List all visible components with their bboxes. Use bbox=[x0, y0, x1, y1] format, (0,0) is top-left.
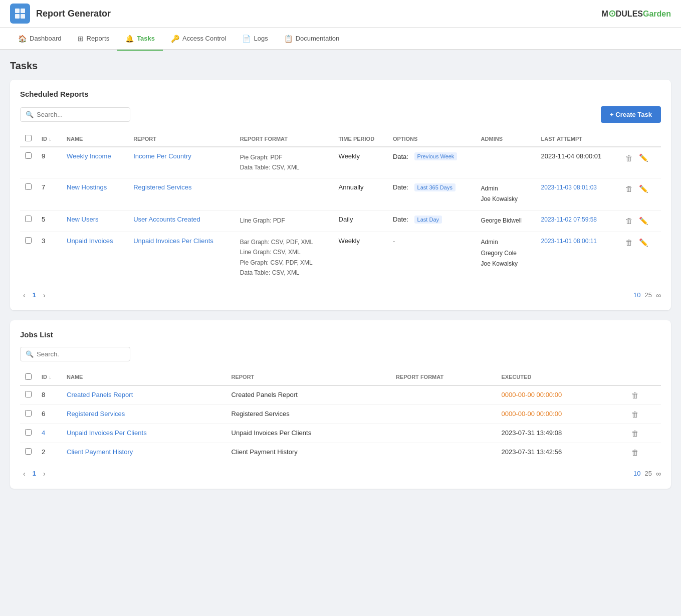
bell-icon: 🔔 bbox=[125, 35, 134, 43]
row-checkbox[interactable] bbox=[25, 448, 32, 455]
row-options: Date: Last Day bbox=[388, 210, 476, 232]
delete-button[interactable]: 🗑 bbox=[630, 390, 640, 400]
row-report[interactable]: Income Per Country bbox=[128, 147, 235, 178]
row-id: 7 bbox=[37, 178, 62, 210]
scheduled-reports-search-box[interactable]: 🔍 bbox=[20, 107, 130, 122]
row-name[interactable]: Unpaid Invoices Per Clients bbox=[62, 424, 226, 443]
row-checkbox[interactable] bbox=[25, 391, 32, 397]
logs-icon: 📄 bbox=[242, 35, 251, 43]
row-executed: 0000-00-00 00:00:00 bbox=[496, 404, 625, 424]
delete-button[interactable]: 🗑 bbox=[624, 153, 634, 163]
jobs-col-format-label: REPORT FORMAT bbox=[396, 374, 443, 380]
jobs-pag-next-button[interactable]: › bbox=[40, 469, 49, 479]
row-time-period: Daily bbox=[334, 210, 388, 232]
row-id: 6 bbox=[37, 404, 62, 424]
row-report: Created Panels Report bbox=[226, 385, 391, 405]
edit-button[interactable]: ✏️ bbox=[638, 216, 649, 227]
row-report[interactable]: Unpaid Invoices Per Clients bbox=[128, 232, 235, 283]
row-last-attempt: 2023-11-01 08:00:11 bbox=[536, 232, 620, 283]
main-nav: 🏠 Dashboard ⊞ Reports 🔔 Tasks 🔑 Access C… bbox=[0, 28, 681, 50]
row-checkbox[interactable] bbox=[25, 237, 32, 244]
table-row: 8Created Panels ReportCreated Panels Rep… bbox=[20, 385, 661, 405]
nav-item-reports[interactable]: ⊞ Reports bbox=[70, 27, 118, 50]
row-checkbox[interactable] bbox=[25, 183, 32, 190]
delete-button[interactable]: 🗑 bbox=[624, 183, 634, 194]
nav-item-logs[interactable]: 📄 Logs bbox=[234, 27, 276, 50]
row-name[interactable]: Weekly Income bbox=[62, 147, 128, 178]
row-id: 2 bbox=[37, 443, 62, 462]
row-id: 3 bbox=[37, 232, 62, 283]
jobs-list-title: Jobs List bbox=[20, 330, 661, 339]
create-task-button[interactable]: + Create Task bbox=[601, 106, 661, 123]
edit-button[interactable]: ✏️ bbox=[638, 152, 649, 163]
row-actions: 🗑 ✏️ bbox=[619, 147, 661, 178]
scheduled-reports-pagination: ‹ 1 › 10 25 ∞ bbox=[20, 290, 661, 300]
pag-size-10[interactable]: 10 bbox=[633, 291, 640, 299]
nav-label-dashboard: Dashboard bbox=[30, 35, 62, 42]
row-time-period: Weekly bbox=[334, 147, 388, 178]
pag-left: ‹ 1 › bbox=[20, 290, 49, 300]
svg-rect-3 bbox=[21, 14, 25, 19]
delete-button[interactable]: 🗑 bbox=[624, 237, 634, 248]
search-icon-jobs: 🔍 bbox=[26, 350, 34, 358]
jobs-pag-size-25[interactable]: 25 bbox=[645, 470, 652, 477]
jobs-pag-current-page: 1 bbox=[33, 470, 36, 477]
jobs-col-report-label: REPORT bbox=[232, 374, 255, 380]
jobs-list-search-input[interactable] bbox=[37, 350, 125, 358]
jobs-list-table: ID ↓ NAME REPORT REPORT FORMAT EXECUTED … bbox=[20, 369, 661, 462]
nav-item-access-control[interactable]: 🔑 Access Control bbox=[163, 27, 234, 50]
jobs-pag-right: 10 25 ∞ bbox=[633, 470, 661, 478]
nav-item-dashboard[interactable]: 🏠 Dashboard bbox=[10, 27, 70, 50]
doc-icon: 📋 bbox=[284, 35, 293, 43]
jobs-pag-size-10[interactable]: 10 bbox=[633, 470, 640, 477]
row-time-period: Weekly bbox=[334, 232, 388, 283]
svg-rect-0 bbox=[15, 9, 20, 13]
search-icon: 🔍 bbox=[26, 111, 34, 118]
row-name[interactable]: Client Payment History bbox=[62, 443, 226, 462]
nav-item-documentation[interactable]: 📋 Documentation bbox=[276, 27, 347, 50]
edit-button[interactable]: ✏️ bbox=[638, 237, 649, 248]
row-name[interactable]: New Hostings bbox=[62, 178, 128, 210]
row-name[interactable]: Created Panels Report bbox=[62, 385, 226, 405]
pag-next-button[interactable]: › bbox=[40, 290, 49, 300]
pag-size-25[interactable]: 25 bbox=[645, 291, 652, 299]
row-name[interactable]: Registered Services bbox=[62, 404, 226, 424]
table-row: 2Client Payment HistoryClient Payment Hi… bbox=[20, 443, 661, 462]
app-title: Report Generator bbox=[36, 9, 111, 19]
jobs-col-executed-label: EXECUTED bbox=[501, 374, 531, 380]
row-checkbox[interactable] bbox=[25, 216, 32, 222]
delete-button[interactable]: 🗑 bbox=[630, 428, 640, 439]
row-id: 5 bbox=[37, 210, 62, 232]
row-report[interactable]: Registered Services bbox=[128, 178, 235, 210]
row-options: Date: Last 365 Days bbox=[388, 178, 476, 210]
edit-button[interactable]: ✏️ bbox=[638, 183, 649, 194]
scheduled-reports-search-input[interactable] bbox=[37, 111, 125, 118]
row-format bbox=[235, 178, 334, 210]
row-admins: AdminJoe Kowalsky bbox=[476, 178, 536, 210]
pag-size-inf[interactable]: ∞ bbox=[656, 291, 661, 299]
delete-button[interactable]: 🗑 bbox=[630, 447, 640, 458]
jobs-pag-prev-button[interactable]: ‹ bbox=[20, 469, 29, 479]
row-actions: 🗑 ✏️ bbox=[619, 232, 661, 283]
delete-button[interactable]: 🗑 bbox=[630, 409, 640, 420]
row-report: Client Payment History bbox=[226, 443, 391, 462]
select-all-jobs[interactable] bbox=[25, 373, 32, 380]
jobs-list-search-box[interactable]: 🔍 bbox=[20, 347, 130, 361]
row-name[interactable]: New Users bbox=[62, 210, 128, 232]
jobs-pag-size-inf[interactable]: ∞ bbox=[656, 470, 661, 478]
nav-item-tasks[interactable]: 🔔 Tasks bbox=[117, 27, 163, 50]
select-all-scheduled[interactable] bbox=[25, 135, 32, 141]
row-name[interactable]: Unpaid Invoices bbox=[62, 232, 128, 283]
col-name-label: NAME bbox=[67, 136, 83, 142]
col-last-attempt-label: LAST ATTEMPT bbox=[541, 136, 583, 142]
row-checkbox[interactable] bbox=[25, 152, 32, 159]
row-options: - bbox=[388, 232, 476, 283]
row-checkbox[interactable] bbox=[25, 429, 32, 436]
pag-prev-button[interactable]: ‹ bbox=[20, 290, 29, 300]
jobs-col-id-label: ID ↓ bbox=[42, 374, 52, 380]
jobs-list-card: Jobs List 🔍 ID ↓ NAME REPORT REPORT FORM… bbox=[10, 320, 671, 489]
row-report[interactable]: User Accounts Created bbox=[128, 210, 235, 232]
delete-button[interactable]: 🗑 bbox=[624, 216, 634, 226]
key-icon: 🔑 bbox=[171, 35, 179, 43]
row-checkbox[interactable] bbox=[25, 410, 32, 417]
